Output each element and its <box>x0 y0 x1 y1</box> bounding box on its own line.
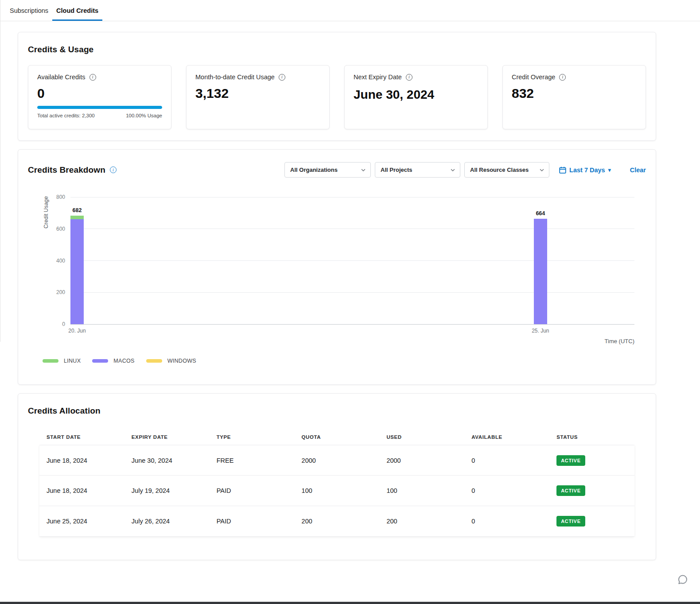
cell-expiry-date: July 19, 2024 <box>124 487 210 494</box>
allocation-table: START DATE EXPIRY DATE TYPE QUOTA USED A… <box>39 429 634 537</box>
credit-overage-value: 832 <box>512 86 637 101</box>
cell-start-date: June 18, 2024 <box>39 457 124 464</box>
info-icon[interactable] <box>559 74 566 81</box>
credits-usage-title: Credits & Usage <box>28 45 646 54</box>
credit-overage-card: Credit Overage 832 <box>502 65 646 129</box>
chart-legend: LINUX MACOS WINDOWS <box>43 358 646 364</box>
legend-label-linux: LINUX <box>64 358 81 364</box>
macos-color-swatch <box>92 359 108 363</box>
gridline <box>70 228 634 229</box>
calendar-icon <box>559 166 566 174</box>
tab-bar: Subscriptions Cloud Credits <box>0 0 700 21</box>
column-type: TYPE <box>210 429 295 445</box>
cell-used: 2000 <box>379 457 464 464</box>
column-quota: QUOTA <box>295 429 380 445</box>
usage-percent-text: 100.00% Usage <box>126 113 162 118</box>
chevron-down-icon <box>539 167 544 173</box>
status-badge: ACTIVE <box>556 455 585 466</box>
next-expiry-value: June 30, 2024 <box>354 88 478 102</box>
column-start-date: START DATE <box>39 429 124 445</box>
bottom-bar <box>0 602 700 604</box>
x-tick-label: 25. Jun <box>532 328 549 334</box>
available-credits-label: Available Credits <box>37 74 86 81</box>
windows-color-swatch <box>146 359 162 363</box>
y-tick-label: 800 <box>56 194 65 200</box>
resource-classes-filter-value: All Resource Classes <box>470 166 529 173</box>
info-icon[interactable] <box>89 74 96 81</box>
status-badge: ACTIVE <box>556 516 585 527</box>
date-range-filter[interactable]: Last 7 Days ▾ <box>559 166 611 174</box>
bar-segment-macos <box>534 219 547 324</box>
feedback-icon[interactable] <box>677 574 688 585</box>
breakdown-filters: All Organizations All Projects All Resou… <box>284 162 646 178</box>
tab-cloud-credits[interactable]: Cloud Credits <box>52 0 102 21</box>
column-used: USED <box>379 429 464 445</box>
column-expiry-date: EXPIRY DATE <box>124 429 210 445</box>
cell-quota: 200 <box>295 518 380 525</box>
chart-plot: 0200400600800682664 <box>70 197 634 325</box>
gridline <box>70 197 634 197</box>
column-available: AVAILABLE <box>464 429 549 445</box>
bar-total-label: 664 <box>536 210 545 217</box>
gridline <box>70 292 634 293</box>
mtd-usage-card: Month-to-date Credit Usage 3,132 <box>186 65 330 129</box>
mtd-usage-label: Month-to-date Credit Usage <box>195 74 275 81</box>
cell-quota: 100 <box>295 487 380 494</box>
cell-used: 200 <box>379 518 464 525</box>
table-row: June 18, 2024 July 19, 2024 PAID 100 100… <box>39 476 634 506</box>
allocation-table-body: June 18, 2024 June 30, 2024 FREE 2000 20… <box>39 445 634 537</box>
bar-segment-macos <box>70 219 84 324</box>
date-range-value: Last 7 Days <box>569 166 605 174</box>
available-credits-card: Available Credits 0 Total active credits… <box>28 65 171 129</box>
chevron-down-icon <box>450 167 455 173</box>
allocation-table-header: START DATE EXPIRY DATE TYPE QUOTA USED A… <box>39 429 634 445</box>
credits-progress-fill <box>37 106 162 109</box>
legend-item-windows[interactable]: WINDOWS <box>146 358 196 364</box>
chart-x-axis: 20. Jun25. Jun <box>70 325 634 333</box>
cell-start-date: June 25, 2024 <box>39 518 124 525</box>
y-tick-label: 200 <box>56 289 65 295</box>
stats-row: Available Credits 0 Total active credits… <box>28 65 646 129</box>
legend-item-linux[interactable]: LINUX <box>43 358 81 364</box>
caret-down-icon: ▾ <box>608 167 611 173</box>
legend-label-macos: MACOS <box>113 358 134 364</box>
bar-segment-linux <box>70 216 84 219</box>
cell-expiry-date: July 26, 2024 <box>124 518 210 525</box>
mtd-usage-value: 3,132 <box>195 86 320 101</box>
main-content: Credits & Usage Available Credits 0 Tota… <box>0 21 700 560</box>
y-tick-label: 0 <box>62 321 65 327</box>
tab-subscriptions[interactable]: Subscriptions <box>6 0 52 21</box>
next-expiry-label: Next Expiry Date <box>354 74 402 81</box>
cell-type: FREE <box>210 457 295 464</box>
cell-type: PAID <box>210 518 295 525</box>
chart-bar[interactable]: 664 <box>534 219 547 324</box>
projects-filter[interactable]: All Projects <box>375 162 460 178</box>
credits-breakdown-title: Credits Breakdown <box>28 165 105 175</box>
resource-classes-filter[interactable]: All Resource Classes <box>464 162 549 178</box>
x-tick-label: 20. Jun <box>68 328 86 334</box>
legend-item-macos[interactable]: MACOS <box>92 358 134 364</box>
chevron-down-icon <box>361 167 366 173</box>
info-icon[interactable] <box>406 74 412 81</box>
table-row: June 25, 2024 July 26, 2024 PAID 200 200… <box>39 506 634 537</box>
available-credits-value: 0 <box>37 86 162 101</box>
credits-usage-card: Credits & Usage Available Credits 0 Tota… <box>18 32 656 141</box>
linux-color-swatch <box>43 359 58 363</box>
info-icon[interactable] <box>110 166 117 173</box>
gridline <box>70 260 634 261</box>
credits-breakdown-card: Credits Breakdown All Organizations All … <box>18 149 656 385</box>
chart-x-axis-label: Time (UTC) <box>70 338 634 345</box>
cell-available: 0 <box>464 518 549 525</box>
credit-usage-chart: Credit Usage 0200400600800682664 20. Jun… <box>70 197 634 345</box>
y-tick-label: 400 <box>56 258 65 264</box>
y-tick-label: 600 <box>56 226 65 232</box>
info-icon[interactable] <box>279 74 285 81</box>
cell-expiry-date: June 30, 2024 <box>124 457 210 464</box>
credit-overage-label: Credit Overage <box>512 74 555 81</box>
cell-start-date: June 18, 2024 <box>39 487 124 494</box>
clear-filters-link[interactable]: Clear <box>630 166 646 174</box>
organizations-filter[interactable]: All Organizations <box>284 162 371 178</box>
chart-bar[interactable]: 682 <box>70 216 84 324</box>
cell-quota: 2000 <box>295 457 380 464</box>
credits-allocation-card: Credits Allocation START DATE EXPIRY DAT… <box>18 393 656 560</box>
